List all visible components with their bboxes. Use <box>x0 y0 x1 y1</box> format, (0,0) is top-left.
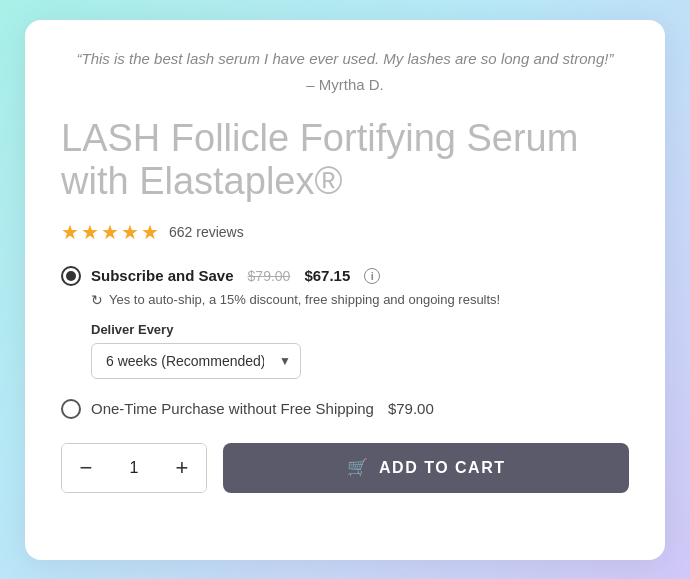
review-count: 662 reviews <box>169 224 244 240</box>
reviews-row: ★★★★★ 662 reviews <box>61 220 629 244</box>
deliver-label: Deliver Every <box>91 322 629 337</box>
onetime-label: One-Time Purchase without Free Shipping <box>91 400 374 417</box>
star-rating: ★★★★★ <box>61 220 161 244</box>
refresh-icon: ↻ <box>91 292 103 308</box>
testimonial-quote: “This is the best lash serum I have ever… <box>77 50 614 67</box>
product-title: LASH Follicle Fortifying Serum with Elas… <box>61 117 629 204</box>
onetime-price: $79.00 <box>388 400 434 417</box>
onetime-radio[interactable] <box>61 399 81 419</box>
quantity-minus-button[interactable]: − <box>62 443 110 493</box>
sale-price: $67.15 <box>304 267 350 284</box>
info-icon[interactable]: i <box>364 268 380 284</box>
add-to-cart-button[interactable]: 🛒 ADD TO CART <box>223 443 629 493</box>
subscribe-radio[interactable] <box>61 266 81 286</box>
quantity-input[interactable] <box>110 459 158 477</box>
product-card: “This is the best lash serum I have ever… <box>25 20 665 560</box>
autoship-text: Yes to auto-ship, a 15% discount, free s… <box>109 292 500 307</box>
onetime-option-row[interactable]: One-Time Purchase without Free Shipping … <box>61 399 629 419</box>
subscribe-option-row[interactable]: Subscribe and Save $79.00 $67.15 i <box>61 266 629 286</box>
autoship-note: ↻ Yes to auto-ship, a 15% discount, free… <box>91 292 629 308</box>
quantity-plus-button[interactable]: + <box>158 443 206 493</box>
original-price: $79.00 <box>248 268 291 284</box>
radio-dot <box>66 271 76 281</box>
add-to-cart-label: ADD TO CART <box>379 459 505 477</box>
cart-icon: 🛒 <box>347 457 370 478</box>
deliver-select-wrapper: 4 weeks 6 weeks (Recommended) 8 weeks 10… <box>91 343 301 379</box>
testimonial-block: “This is the best lash serum I have ever… <box>61 48 629 97</box>
deliver-select[interactable]: 4 weeks 6 weeks (Recommended) 8 weeks 10… <box>91 343 301 379</box>
testimonial-attribution: – Myrtha D. <box>61 74 629 97</box>
subscribe-label: Subscribe and Save <box>91 267 234 284</box>
bottom-row: − + 🛒 ADD TO CART <box>61 443 629 493</box>
deliver-select-wrap: 4 weeks 6 weeks (Recommended) 8 weeks 10… <box>91 343 629 379</box>
quantity-control: − + <box>61 443 207 493</box>
